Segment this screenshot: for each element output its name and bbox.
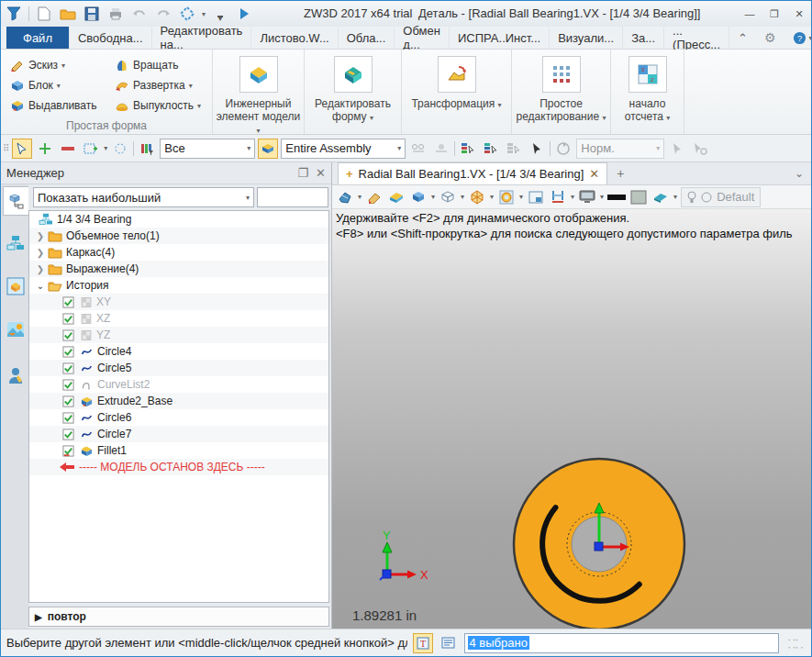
print-icon[interactable] <box>106 5 125 23</box>
checkbox-checked[interactable] <box>62 412 74 424</box>
scope-icon[interactable] <box>258 139 278 159</box>
bearing-model[interactable]: Y X <box>332 209 812 629</box>
window-minimize-button[interactable]: — <box>740 6 760 22</box>
polygon-dropdown-icon[interactable]: ▾ <box>490 193 494 201</box>
tab-exchange[interactable]: Обмен д... <box>395 27 450 49</box>
assembly-manager-tab[interactable] <box>3 228 28 258</box>
display-cube-icon[interactable] <box>409 188 428 206</box>
section-dropdown-icon[interactable]: ▾ <box>571 193 574 201</box>
filter-combo[interactable]: Все▾ <box>160 139 255 159</box>
box-select-dropdown-icon[interactable]: ▾ <box>104 144 107 152</box>
tab-shape[interactable]: Свободна... <box>70 27 152 49</box>
cursor-settings-icon[interactable] <box>667 139 687 159</box>
tab-repair[interactable]: ИСПРА..Инст... <box>450 27 550 49</box>
sweep-button[interactable]: Развертка▾ <box>113 75 203 95</box>
panel-restore-icon[interactable]: ❐ <box>297 166 308 180</box>
highlight-ring-icon[interactable] <box>497 188 516 206</box>
prompt-toggle-icon[interactable]: T <box>413 633 433 653</box>
tree-item-label[interactable]: Выражение(4) <box>66 262 139 275</box>
tree-row-circle7[interactable]: Circle7 <box>29 426 328 442</box>
open-file-icon[interactable] <box>59 5 77 23</box>
tree-item-label[interactable]: Circle7 <box>97 428 131 440</box>
customize-toolbar-icon[interactable]: ▾ <box>211 5 229 23</box>
tab-list-chevron-icon[interactable]: ⌄ <box>785 162 812 184</box>
view-spin-dropdown-icon[interactable]: ▾ <box>358 193 362 201</box>
tree-row-curvelist2[interactable]: CurveList2 <box>29 376 328 393</box>
checkbox-checked[interactable] <box>62 296 74 308</box>
toolbar-drag-handle[interactable]: ⠿ <box>3 143 9 153</box>
basic-editing-icon[interactable] <box>542 56 581 93</box>
redo-icon[interactable] <box>154 5 172 23</box>
checkbox-checked[interactable] <box>62 395 74 407</box>
edit-shape-icon[interactable] <box>334 56 373 93</box>
resize-grip[interactable]: ⠠⠤⠐⠒⠂ <box>784 633 807 653</box>
tree-item-label[interactable]: YZ <box>96 328 110 341</box>
monitor-dropdown-icon[interactable]: ▾ <box>600 193 604 201</box>
tree-item-label[interactable]: CurveList2 <box>97 378 150 391</box>
tree-row-extrude2-base[interactable]: Extrude2_Base <box>29 393 328 409</box>
face-shade-dropdown-icon[interactable]: ▾ <box>673 193 677 201</box>
tree-row-root[interactable]: 1/4 3/4 Bearing <box>29 211 328 228</box>
regen-dropdown-icon[interactable]: ▾ <box>202 10 206 18</box>
edit-shape-label[interactable]: Редактировать форму ▾ <box>306 97 399 125</box>
tree-row-yz[interactable]: YZ <box>29 327 328 343</box>
pick-cursor-icon[interactable] <box>12 139 32 159</box>
dome-button[interactable]: Выпуклость▾ <box>113 95 203 116</box>
tree-row-history[interactable]: ⌄ История <box>29 277 328 294</box>
message-log-icon[interactable] <box>439 633 459 653</box>
chain2-icon[interactable] <box>431 139 451 159</box>
background-color-swatch[interactable] <box>629 188 648 206</box>
expand-icon[interactable]: ❯ <box>35 264 46 274</box>
mode-combo[interactable]: Норм.▾ <box>576 139 664 159</box>
checkbox-checked[interactable] <box>62 379 74 391</box>
save-icon[interactable] <box>83 5 101 23</box>
document-tab-active[interactable]: + Radial Ball Bearing1.VX - [1/4 3/4 Bea… <box>338 162 607 184</box>
checkbox-checked[interactable] <box>62 313 74 325</box>
tab-close-icon[interactable]: ✕ <box>589 167 599 181</box>
new-tab-button[interactable]: + <box>607 162 633 184</box>
engineering-feature-label[interactable]: Инженерный элемент модели ▾ <box>215 97 302 138</box>
ribbon-group-transform[interactable]: Трансформация ▾ <box>402 50 512 134</box>
reorient-icon[interactable] <box>553 139 573 159</box>
tree-row-solids[interactable]: ❯ Объемное тело(1) <box>29 228 328 244</box>
tree-row-xz[interactable]: XZ <box>29 310 328 327</box>
revolve-button[interactable]: Вращать <box>113 55 203 75</box>
shade-icon[interactable] <box>387 188 406 206</box>
window-restore-button[interactable]: ❐ <box>764 6 784 22</box>
tree-item-label[interactable]: Circle5 <box>97 362 131 374</box>
add-selection-icon[interactable] <box>35 139 55 159</box>
tree-item-label[interactable]: Circle6 <box>97 411 131 424</box>
basic-editing-label[interactable]: Простое редактирование ▾ <box>514 97 608 125</box>
datum-label[interactable]: начало отсчета ▾ <box>613 97 682 125</box>
selection-count-field[interactable]: 4 выбрано <box>464 633 780 653</box>
regen-icon[interactable] <box>178 5 196 23</box>
expand-icon[interactable]: ❯ <box>35 231 46 241</box>
checkbox-checked[interactable] <box>62 329 74 341</box>
tab-visualize[interactable]: Визуали... <box>550 27 623 49</box>
view-spin-icon[interactable] <box>336 188 354 206</box>
tree-row-wireframe[interactable]: ❯ Каркас(4) <box>29 244 328 261</box>
tab-inquire[interactable]: За... <box>623 27 664 49</box>
ribbon-collapse-icon[interactable]: ⌃ <box>729 27 756 49</box>
monitor-icon[interactable] <box>578 188 596 206</box>
scope-combo[interactable]: Entire Assembly▾ <box>281 139 406 159</box>
box-select-icon[interactable] <box>81 139 101 159</box>
tree-row-xy[interactable]: XY <box>29 294 328 310</box>
tree-item-label[interactable]: XZ <box>96 312 110 325</box>
user-manager-tab[interactable] <box>3 361 28 390</box>
engineering-feature-icon[interactable] <box>239 56 278 93</box>
ribbon-group-datum[interactable]: 32 начало отсчета ▾ <box>611 50 684 134</box>
cursor-plain-icon[interactable] <box>527 139 547 159</box>
history-manager-tab[interactable] <box>3 186 28 216</box>
lasso-select-icon[interactable] <box>110 139 130 159</box>
tree-item-label[interactable]: Объемное тело(1) <box>66 229 160 242</box>
wireframe-dropdown-icon[interactable]: ▾ <box>461 193 464 201</box>
viewport-window-icon[interactable] <box>527 188 545 206</box>
expand-icon[interactable]: ❯ <box>35 248 46 258</box>
tab-edit[interactable]: Редактировать на... <box>152 27 252 49</box>
undo-icon[interactable] <box>130 5 149 23</box>
repeat-section[interactable]: ▶ повтор <box>28 607 329 627</box>
cursor-gear-icon[interactable] <box>690 139 710 159</box>
tree-item-label[interactable]: Fillet1 <box>97 444 127 457</box>
tree-row-circle4[interactable]: Circle4 <box>29 343 328 360</box>
